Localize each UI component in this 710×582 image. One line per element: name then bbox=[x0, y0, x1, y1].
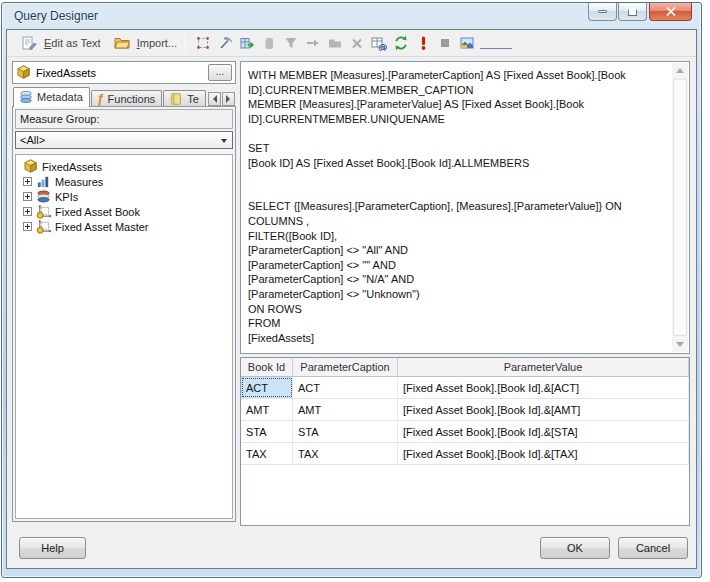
edit-as-text-label: Edit as Text bbox=[44, 37, 101, 49]
expand-plus-icon[interactable] bbox=[23, 207, 32, 216]
expand-plus-icon[interactable] bbox=[23, 222, 32, 231]
grid-cell[interactable]: AMT bbox=[293, 399, 398, 420]
metadata-tab-content: Measure Group: <All> FixedAssets bbox=[12, 106, 236, 522]
grid-cell[interactable]: STA bbox=[293, 421, 398, 442]
minimize-icon bbox=[598, 10, 607, 13]
tree-item-fixed-asset-master[interactable]: Fixed Asset Master bbox=[16, 219, 232, 234]
column-header-parametervalue[interactable]: ParameterValue bbox=[398, 358, 689, 376]
filter-icon[interactable] bbox=[283, 35, 299, 51]
expand-plus-icon[interactable] bbox=[23, 177, 32, 186]
cube-selector: FixedAssets ... bbox=[12, 61, 236, 84]
mdx-query-panel: WITH MEMBER [Measures].[ParameterCaption… bbox=[240, 61, 690, 354]
grid-cell[interactable]: TAX bbox=[293, 443, 398, 464]
column-header-book-id[interactable]: Book Id bbox=[241, 358, 293, 376]
expand-plus-icon[interactable] bbox=[23, 192, 32, 201]
svg-text:@: @ bbox=[378, 41, 387, 52]
kpi-icon bbox=[36, 189, 51, 204]
cancel-button[interactable]: Cancel bbox=[618, 537, 688, 559]
edit-as-text-button[interactable]: Edit as Text bbox=[13, 33, 106, 53]
mdx-vertical-scrollbar[interactable] bbox=[672, 63, 688, 352]
tab-metadata-label: Metadata bbox=[37, 91, 83, 103]
tab-scroll-left-button[interactable] bbox=[208, 92, 221, 106]
select-mode-icon[interactable] bbox=[195, 35, 211, 51]
delete-icon[interactable] bbox=[349, 35, 365, 51]
cube-icon bbox=[23, 159, 38, 174]
grid-cell[interactable]: ACT bbox=[293, 377, 398, 398]
chevron-left-icon bbox=[209, 95, 217, 103]
tab-scroll-right-button[interactable] bbox=[222, 92, 235, 106]
table-row: ACT ACT [Fixed Asset Book].[Book Id].&[A… bbox=[241, 377, 689, 399]
refresh-icon[interactable] bbox=[393, 35, 409, 51]
result-grid: Book Id ParameterCaption ParameterValue … bbox=[240, 357, 690, 526]
pane-tabs: Metadata ƒ Functions Te bbox=[13, 87, 235, 107]
titlebar[interactable]: Query Designer bbox=[2, 3, 701, 29]
tab-templates-label: Te bbox=[187, 93, 199, 105]
import-label: Import... bbox=[137, 37, 177, 49]
scroll-up-button[interactable] bbox=[672, 63, 688, 78]
design-mode-icon[interactable] bbox=[459, 35, 475, 51]
grid-header-row: Book Id ParameterCaption ParameterValue bbox=[241, 358, 689, 377]
close-button[interactable] bbox=[649, 3, 692, 21]
toolbar: Edit as Text Import... bbox=[7, 30, 696, 57]
grid-cell[interactable]: [Fixed Asset Book].[Book Id].&[AMT] bbox=[398, 399, 689, 420]
measure-group-label: Measure Group: bbox=[15, 109, 233, 129]
measure-group-value: <All> bbox=[20, 134, 45, 146]
window-title: Query Designer bbox=[14, 9, 98, 23]
tree-item-label: Measures bbox=[55, 176, 103, 188]
table-row: AMT AMT [Fixed Asset Book].[Book Id].&[A… bbox=[241, 399, 689, 421]
tree-root-label: FixedAssets bbox=[42, 161, 102, 173]
tree-item-label: Fixed Asset Book bbox=[55, 206, 140, 218]
toolbar-cursor-underline bbox=[480, 37, 512, 49]
tab-functions-label: Functions bbox=[108, 93, 156, 105]
grid-cell[interactable]: [Fixed Asset Book].[Book Id].&[ACT] bbox=[398, 377, 689, 398]
grid-cell[interactable]: AMT bbox=[241, 399, 293, 420]
import-button[interactable]: Import... bbox=[106, 33, 182, 53]
autoexecute-icon[interactable] bbox=[305, 35, 321, 51]
execute-icon[interactable] bbox=[415, 35, 431, 51]
tree-item-label: Fixed Asset Master bbox=[55, 221, 149, 233]
ok-button[interactable]: OK bbox=[540, 537, 610, 559]
selected-cube-name: FixedAssets bbox=[36, 67, 96, 79]
grid-cell[interactable]: TAX bbox=[241, 443, 293, 464]
maximize-button[interactable] bbox=[618, 3, 647, 21]
browse-cube-button[interactable]: ... bbox=[208, 64, 232, 81]
tree-item-fixed-asset-book[interactable]: Fixed Asset Book bbox=[16, 204, 232, 219]
minimize-button[interactable] bbox=[588, 3, 617, 21]
chevron-down-icon bbox=[221, 139, 227, 146]
grid-cell[interactable]: ACT bbox=[241, 377, 293, 398]
dimension-icon bbox=[36, 219, 51, 234]
tab-functions[interactable]: ƒ Functions bbox=[91, 90, 162, 107]
column-header-parametercaption[interactable]: ParameterCaption bbox=[293, 358, 398, 376]
cancel-execute-icon[interactable] bbox=[437, 35, 453, 51]
tab-templates[interactable]: Te bbox=[163, 90, 206, 107]
chevron-right-icon bbox=[226, 95, 234, 103]
scroll-down-button[interactable] bbox=[672, 337, 688, 352]
query-parameters-icon[interactable]: @ bbox=[371, 35, 387, 51]
group-icon[interactable] bbox=[327, 35, 343, 51]
templates-book-icon bbox=[169, 92, 183, 106]
triangle-up-icon bbox=[676, 64, 684, 73]
grid-cell[interactable]: [Fixed Asset Book].[Book Id].&[TAX] bbox=[398, 443, 689, 464]
scrollbar-thumb[interactable] bbox=[673, 79, 687, 336]
metadata-layers-icon bbox=[19, 90, 33, 104]
help-button[interactable]: Help bbox=[19, 537, 86, 559]
mdx-query-text[interactable]: WITH MEMBER [Measures].[ParameterCaption… bbox=[248, 68, 667, 349]
measures-icon bbox=[36, 174, 51, 189]
triangle-down-icon bbox=[676, 342, 684, 351]
tree-item-kpis[interactable]: KPIs bbox=[16, 189, 232, 204]
pickaxe-icon[interactable] bbox=[217, 35, 233, 51]
calculated-member-icon[interactable] bbox=[261, 35, 277, 51]
tree-item-measures[interactable]: Measures bbox=[16, 174, 232, 189]
close-icon bbox=[666, 7, 676, 16]
toolbar-separator bbox=[185, 34, 186, 52]
import-folder-icon bbox=[114, 35, 130, 51]
metadata-tree: FixedAssets Measures bbox=[15, 154, 233, 519]
tab-metadata[interactable]: Metadata bbox=[13, 87, 90, 107]
grid-cell[interactable]: STA bbox=[241, 421, 293, 442]
function-icon: ƒ bbox=[97, 93, 104, 105]
show-empty-cells-icon[interactable] bbox=[239, 35, 255, 51]
table-row: STA STA [Fixed Asset Book].[Book Id].&[S… bbox=[241, 421, 689, 443]
tree-root-fixedassets[interactable]: FixedAssets bbox=[16, 159, 232, 174]
grid-cell[interactable]: [Fixed Asset Book].[Book Id].&[STA] bbox=[398, 421, 689, 442]
measure-group-dropdown[interactable]: <All> bbox=[15, 131, 233, 149]
